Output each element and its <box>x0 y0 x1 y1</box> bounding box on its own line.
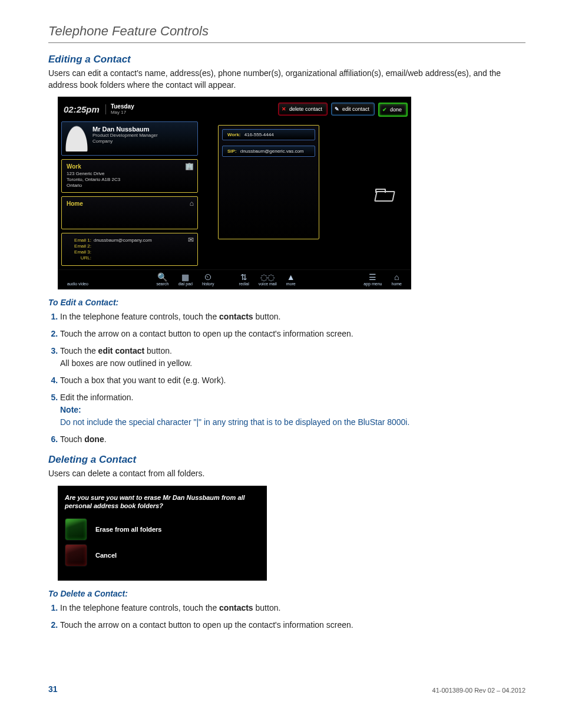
contact-company: Company <box>92 139 158 144</box>
work-line3: Ontario <box>67 183 82 188</box>
delete-steps: In the telephone feature controls, touch… <box>48 602 525 631</box>
done-button[interactable]: ✔ done <box>378 103 408 117</box>
envelope-icon: ✉ <box>188 236 194 244</box>
dstep-1: In the telephone feature controls, touch… <box>60 602 525 614</box>
voicemail-label: voice mail <box>259 282 277 286</box>
work-phone-row[interactable]: Work: 416-555-4444 <box>222 129 315 140</box>
step-2: Touch the arrow on a contact button to o… <box>60 328 525 340</box>
appmenu-label: app menu <box>363 282 382 286</box>
intro-editing: Users can edit a contact's name, address… <box>48 68 525 91</box>
appmenu-button[interactable]: ☰app menu <box>363 272 382 286</box>
home-label: home <box>391 282 402 286</box>
page-footer: 31 41-001389-00 Rev 02 – 04.2012 <box>48 684 525 694</box>
check-icon: ✔ <box>382 107 388 113</box>
redial-label: redial <box>239 282 249 286</box>
clock-dow: Tuesday <box>111 103 134 110</box>
more-label: more <box>286 282 296 286</box>
clock-time: 02:25pm <box>64 104 106 114</box>
work-line2: Toronto, Ontario A1B 2C3 <box>67 177 120 182</box>
subhead-edit: To Edit a Contact: <box>48 298 525 307</box>
confirm-message: Are you sure you want to erase Mr Dan Nu… <box>65 494 257 510</box>
step-1: In the telephone feature controls, touch… <box>60 311 525 323</box>
dstep-2: Touch the arrow on a contact button to o… <box>60 619 525 631</box>
voicemail-button[interactable]: ◌◌voice mail <box>259 272 277 286</box>
search-label: search <box>156 282 168 286</box>
contact-name: Mr Dan Nussbaum <box>92 126 158 133</box>
revision: 41-001389-00 Rev 02 – 04.2012 <box>432 687 525 694</box>
step-3: Touch the edit contact button.All boxes … <box>60 345 525 370</box>
work-address-box[interactable]: 🏢 Work 123 Generic Drive Toronto, Ontari… <box>61 159 198 193</box>
emails-box[interactable]: ✉ Email 1:dnussbaum@company.com Email 2:… <box>61 233 198 266</box>
note-text: Do not include the special character "|"… <box>60 417 409 427</box>
folder-icon[interactable] <box>375 187 393 200</box>
dialpad-button[interactable]: ▦dial pad <box>178 272 193 286</box>
page-number: 31 <box>48 684 58 694</box>
email2-label: Email 2: <box>67 243 94 249</box>
audio-video-label: audio video <box>67 282 88 286</box>
work-phone-value: 416-555-4444 <box>244 132 274 137</box>
search-icon: 🔍 <box>157 272 167 282</box>
email3-label: Email 3: <box>67 249 94 255</box>
step-5: Edit the information. Note: Do not inclu… <box>60 391 525 429</box>
email1-value: dnussbaum@company.com <box>94 238 152 243</box>
intro-deleting: Users can delete a contact from all fold… <box>48 468 525 480</box>
note: Note: Do not include the special charact… <box>60 404 525 429</box>
history-label: history <box>202 282 214 286</box>
heading-editing: Editing a Contact <box>48 54 525 65</box>
device-edit-contact: 02:25pm Tuesday May 17 ✕ delete contact … <box>58 97 411 289</box>
home-button[interactable]: ⌂home <box>391 272 402 286</box>
history-button[interactable]: ⏲history <box>202 272 214 286</box>
work-line1: 123 Generic Drive <box>67 171 104 176</box>
phones-box[interactable]: Work: 416-555-4444 SIP: dnussbaum@generi… <box>218 125 319 239</box>
pencil-icon: ✎ <box>334 106 340 112</box>
appmenu-icon: ☰ <box>369 272 376 282</box>
contact-role: Product Development Manager <box>92 133 158 139</box>
url-label: URL: <box>67 255 94 261</box>
more-icon: ▲ <box>287 272 295 282</box>
contact-card[interactable]: Mr Dan Nussbaum Product Development Mana… <box>61 121 198 156</box>
x-icon: ✕ <box>281 106 287 112</box>
done-label: done <box>390 107 402 113</box>
erase-label: Erase from all folders <box>95 526 162 533</box>
edit-contact-button[interactable]: ✎ edit contact <box>331 103 375 116</box>
erase-row[interactable]: Erase from all folders <box>65 518 257 541</box>
redial-button[interactable]: ⇅redial <box>239 272 249 286</box>
dialpad-label: dial pad <box>178 282 193 286</box>
work-phone-label: Work: <box>227 132 243 137</box>
cancel-row[interactable]: Cancel <box>65 544 257 566</box>
step-4: Touch a box that you want to edit (e.g. … <box>60 374 525 387</box>
sip-row[interactable]: SIP: dnussbaum@generic.vas.com <box>222 146 315 157</box>
step-6: Touch done. <box>60 433 525 446</box>
erase-button[interactable] <box>65 518 87 541</box>
building-icon: 🏢 <box>185 162 194 170</box>
more-button[interactable]: ▲more <box>286 272 296 286</box>
delete-contact-button[interactable]: ✕ delete contact <box>278 103 328 116</box>
home-address-box[interactable]: ⌂ Home <box>61 196 198 229</box>
voicemail-icon: ◌◌ <box>260 272 275 282</box>
cancel-label: Cancel <box>95 552 117 559</box>
subhead-delete: To Delete a Contact: <box>48 589 525 598</box>
redial-icon: ⇅ <box>240 272 247 282</box>
sip-label: SIP: <box>227 149 239 154</box>
running-head: Telephone Feature Controls <box>48 24 525 43</box>
home-icon: ⌂ <box>394 272 399 282</box>
avatar-icon <box>65 126 88 151</box>
device-clock: 02:25pm Tuesday May 17 <box>58 100 140 118</box>
delete-contact-label: delete contact <box>289 106 322 112</box>
cancel-button[interactable] <box>65 544 87 566</box>
note-label: Note: <box>60 404 525 416</box>
sip-value: dnussbaum@generic.vas.com <box>240 149 304 154</box>
work-title: Work <box>67 163 193 170</box>
audio-video-button[interactable]: audio video <box>67 272 88 286</box>
edit-contact-label: edit contact <box>342 106 369 112</box>
clock-date: May 17 <box>111 110 126 115</box>
home-title: Home <box>67 200 193 207</box>
heading-deleting: Deleting a Contact <box>48 454 525 466</box>
dialpad-icon: ▦ <box>181 272 189 282</box>
history-icon: ⏲ <box>204 272 212 282</box>
edit-steps: In the telephone feature controls, touch… <box>48 311 525 446</box>
email1-label: Email 1: <box>67 238 94 243</box>
search-button[interactable]: 🔍search <box>156 272 168 286</box>
device-delete-confirm: Are you sure you want to erase Mr Dan Nu… <box>58 486 267 581</box>
house-icon: ⌂ <box>190 199 194 207</box>
